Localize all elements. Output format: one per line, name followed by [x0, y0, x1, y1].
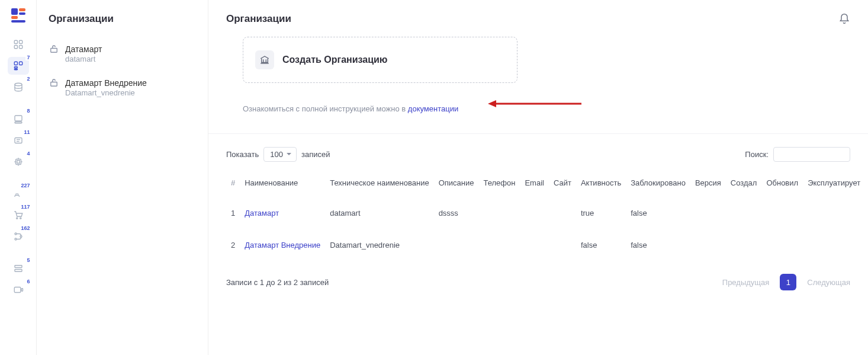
docs-note: Ознакомиться с полной инструкцией можно … — [243, 104, 850, 113]
create-organization-card[interactable]: Создать Организацию — [243, 37, 517, 83]
col-exploits[interactable]: Эксплуатирует — [803, 172, 865, 197]
svg-rect-14 — [15, 116, 22, 121]
svg-rect-6 — [19, 40, 22, 43]
svg-rect-4 — [11, 20, 25, 23]
row-active: false — [576, 229, 626, 261]
logo — [10, 7, 27, 24]
svg-rect-30 — [15, 266, 22, 268]
rail-badge: 117 — [20, 204, 31, 210]
row-active: true — [576, 197, 626, 229]
table-row: 1Датамартdatamartdsssstruefalse — [226, 197, 868, 229]
row-desc: dssss — [434, 197, 479, 229]
rail-database-icon[interactable]: 2 — [8, 78, 29, 96]
svg-rect-33 — [21, 289, 22, 292]
sidebar: Организации Датамарт datamart Датамарт В… — [37, 0, 208, 355]
svg-rect-34 — [51, 49, 57, 53]
rail-item-icon[interactable]: 5 — [8, 260, 29, 277]
svg-rect-16 — [15, 138, 22, 143]
rail-item-icon[interactable]: 227 — [8, 185, 29, 203]
rail-badge: 2 — [25, 76, 31, 82]
institution-icon — [255, 50, 274, 69]
svg-rect-11 — [14, 67, 17, 68]
svg-point-26 — [20, 218, 21, 219]
rail-organizations-icon[interactable]: 7 — [8, 57, 29, 75]
show-label: Показать — [226, 150, 259, 159]
org-icon — [49, 44, 59, 55]
svg-rect-10 — [19, 62, 22, 65]
svg-point-29 — [20, 236, 22, 238]
topbar: Организации — [208, 0, 868, 25]
pagination: Предыдущая 1 Следующая — [722, 274, 850, 290]
col-active[interactable]: Активность — [576, 172, 626, 197]
row-name[interactable]: Датамарт — [240, 197, 325, 229]
sidebar-item-slug: datamart — [65, 55, 102, 65]
page-title: Организации — [226, 13, 291, 25]
svg-rect-3 — [11, 16, 18, 19]
svg-rect-32 — [14, 287, 21, 293]
col-created[interactable]: Создал — [726, 172, 762, 197]
entries-label: записей — [301, 150, 330, 159]
col-hash[interactable]: # — [226, 172, 240, 197]
svg-point-13 — [15, 83, 22, 86]
svg-rect-7 — [14, 46, 17, 49]
rail-item-icon[interactable]: 8 — [8, 110, 29, 128]
col-site[interactable]: Сайт — [549, 172, 576, 197]
col-name[interactable]: Наименование — [240, 172, 325, 197]
svg-rect-15 — [15, 122, 22, 123]
svg-rect-12 — [14, 69, 17, 70]
svg-point-27 — [15, 233, 17, 235]
docs-link[interactable]: документации — [408, 104, 458, 113]
search-label: Поиск: — [745, 150, 769, 159]
svg-rect-2 — [19, 12, 25, 15]
svg-rect-1 — [19, 8, 25, 11]
rail-cpu-icon[interactable]: 4 — [8, 153, 29, 171]
organizations-table: # Наименование Техническое наименование … — [226, 172, 868, 261]
rail-item-icon[interactable]: 11 — [8, 132, 29, 149]
table-zone: Показать 100 записей Поиск: # Наименован… — [208, 133, 868, 355]
col-desc[interactable]: Описание — [434, 172, 479, 197]
col-updated[interactable]: Обновил — [761, 172, 803, 197]
search-input[interactable] — [773, 147, 850, 162]
bell-icon[interactable] — [838, 13, 850, 25]
prev-page[interactable]: Предыдущая — [722, 278, 770, 287]
table-row: 2Датамарт ВнедрениеDatamart_vnedreniefal… — [226, 229, 868, 261]
svg-rect-31 — [15, 270, 22, 272]
sidebar-title: Организации — [49, 13, 196, 25]
svg-rect-19 — [15, 159, 21, 165]
col-tech[interactable]: Техническое наименование — [325, 172, 433, 197]
rail-badge: 11 — [22, 129, 31, 135]
rail-apps-icon[interactable] — [8, 36, 29, 53]
next-page[interactable]: Следующая — [807, 278, 850, 287]
row-name[interactable]: Датамарт Внедрение — [240, 229, 325, 261]
sidebar-item-slug: Datamart_vnedrenie — [65, 88, 147, 98]
rail-badge: 4 — [25, 151, 31, 156]
rail-badge: 8 — [25, 108, 31, 114]
row-tech: datamart — [325, 197, 433, 229]
create-label: Создать Организацию — [282, 55, 388, 65]
main: Организации Создать Организацию Ознакоми… — [208, 0, 868, 355]
sidebar-item[interactable]: Датамарт Внедрение Datamart_vnedrenie — [49, 73, 196, 107]
row-desc — [434, 229, 479, 261]
rail-item-icon[interactable]: 6 — [8, 281, 29, 299]
sidebar-item-name: Датамарт Внедрение — [65, 78, 147, 88]
current-page[interactable]: 1 — [780, 274, 796, 290]
row-index: 2 — [226, 229, 240, 261]
rail-badge: 6 — [25, 279, 31, 284]
col-phone[interactable]: Телефон — [478, 172, 520, 197]
col-manage[interactable]: Управление — [865, 172, 868, 197]
col-email[interactable]: Email — [520, 172, 549, 197]
svg-rect-9 — [14, 62, 17, 65]
page-size-select[interactable]: 100 — [263, 147, 297, 162]
sidebar-item[interactable]: Датамарт datamart — [49, 39, 196, 73]
records-info: Записи с 1 до 2 из 2 записей — [226, 278, 329, 287]
org-icon — [49, 78, 59, 88]
rail-cart-icon[interactable]: 117 — [8, 206, 29, 224]
col-blocked[interactable]: Заблокировано — [626, 172, 690, 197]
rail-branch-icon[interactable]: 162 — [8, 228, 29, 245]
icon-rail: 7 2 8 11 4 227 117 162 5 6 — [0, 0, 37, 355]
hero: Создать Организацию Ознакомиться с полно… — [208, 25, 868, 133]
sidebar-item-name: Датамарт — [65, 44, 102, 55]
rail-badge: 5 — [25, 257, 31, 263]
col-version[interactable]: Версия — [690, 172, 726, 197]
rail-badge: 227 — [20, 183, 31, 188]
